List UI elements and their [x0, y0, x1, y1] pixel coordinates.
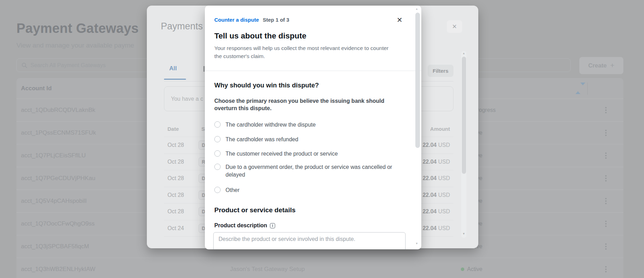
- scrollbar-down-icon[interactable]: ▼: [414, 242, 419, 245]
- radio-option-government-order[interactable]: Due to a government order, the product o…: [214, 163, 410, 179]
- radio-icon[interactable]: [214, 121, 221, 128]
- scrollbar-down-icon[interactable]: ▼: [462, 232, 466, 235]
- radio-label[interactable]: Due to a government order, the product o…: [226, 163, 410, 179]
- payments-dialog-close-icon[interactable]: ×: [447, 20, 462, 33]
- tab-all[interactable]: All: [169, 65, 177, 72]
- create-button-label: Create: [588, 62, 607, 69]
- section-heading: Why should you win this dispute?: [214, 81, 319, 89]
- filters-button[interactable]: Filters: [428, 65, 453, 77]
- radio-icon[interactable]: [214, 187, 221, 193]
- radio-option-customer-received[interactable]: The customer received the product or ser…: [214, 150, 338, 158]
- dialog-breadcrumb: Counter a dispute Step 1 of 3: [214, 17, 289, 23]
- account-id-cell: acct_1Q7OocCFwQhgO9ss: [21, 220, 95, 227]
- status-badge: Active: [461, 266, 482, 272]
- payment-amount: 22.04 USD: [423, 225, 450, 231]
- product-description-textarea[interactable]: [213, 232, 406, 249]
- gateway-name-cell: Jason's Test Gateway Setup: [230, 266, 305, 273]
- account-id-cell: acct_1PQssECNMS71SFUk: [21, 129, 96, 136]
- scrollbar-thumb[interactable]: [415, 13, 420, 148]
- column-header-account-id: Account Id: [21, 85, 52, 92]
- notice-banner-text: You have a c: [171, 96, 203, 102]
- radio-option-cardholder-refunded[interactable]: The cardholder was refunded: [214, 136, 298, 143]
- active-tab-underline: [164, 79, 186, 80]
- radio-icon[interactable]: [214, 136, 221, 142]
- row-actions-kebab-icon[interactable]: [603, 197, 608, 206]
- reason-prompt: Choose the primary reason you believe th…: [214, 97, 402, 112]
- radio-icon[interactable]: [214, 150, 221, 157]
- row-actions-kebab-icon[interactable]: [603, 242, 608, 251]
- dialog-description: Your responses will help us collect the …: [214, 44, 391, 60]
- table-row: acct_1Q3hWB2ENLHykIAW Jason's Test Gatew…: [16, 258, 623, 278]
- radio-option-cardholder-withdrew[interactable]: The cardholder withdrew the dispute: [214, 121, 316, 129]
- radio-label[interactable]: The cardholder withdrew the dispute: [226, 121, 316, 129]
- account-id-cell: acct_1QDubRCQDVLaknBk: [21, 107, 95, 114]
- payment-amount: 22.04 USD: [423, 192, 450, 198]
- account-id-cell: acct_1Q3hWB2ENLHykIAW: [21, 266, 95, 273]
- account-id-cell: acct_1Q3jSPCBAF5fiqcM: [21, 243, 89, 250]
- info-icon[interactable]: i: [270, 223, 275, 228]
- payment-date: Oct 28: [167, 159, 184, 165]
- tab-fragment[interactable]: [203, 66, 205, 72]
- scrollbar-up-icon[interactable]: ▲: [462, 52, 466, 55]
- payment-date: Oct 28: [167, 175, 184, 181]
- counter-dispute-dialog: Counter a dispute Step 1 of 3 ✕ Tell us …: [205, 6, 421, 249]
- product-description-label: Product description: [214, 222, 267, 229]
- payment-amount: 22.04 USD: [423, 175, 450, 181]
- counter-dispute-breadcrumb: Counter a dispute: [214, 17, 259, 23]
- row-actions-kebab-icon[interactable]: [603, 151, 608, 160]
- payment-amount: 22.04 USD: [423, 142, 450, 148]
- payments-dialog-title: Payments: [161, 21, 203, 32]
- row-actions-kebab-icon[interactable]: [603, 265, 608, 274]
- payment-amount: 22.04 USD: [423, 159, 450, 165]
- step-indicator: Step 1 of 3: [263, 17, 289, 23]
- column-header-amount: Amount: [430, 126, 450, 132]
- row-actions-kebab-icon[interactable]: [603, 128, 608, 137]
- header-column-divider: [587, 83, 588, 95]
- sort-icon[interactable]: [575, 85, 580, 92]
- plus-icon: +: [610, 62, 614, 69]
- create-button[interactable]: Create +: [579, 57, 623, 74]
- account-id-cell: acct_1Q5V4pCAHspobilI: [21, 198, 87, 205]
- dialog-title: Tell us about the dispute: [214, 31, 306, 41]
- scrollbar-thumb[interactable]: [462, 57, 466, 174]
- account-id-cell: acct_1Q7PGeCDUVjPHKau: [21, 175, 95, 182]
- payment-date: Oct 24: [167, 225, 184, 231]
- details-heading: Product or service details: [214, 206, 295, 214]
- row-actions-kebab-icon[interactable]: [603, 219, 608, 228]
- account-id-cell: acct_1Q7PLjCEisSFflLU: [21, 152, 86, 159]
- payment-date: Oct 28: [167, 192, 184, 198]
- payment-date: Oct 28: [167, 208, 184, 215]
- column-header-date: Date: [167, 126, 179, 132]
- header-divider: [205, 71, 421, 71]
- payment-date: Oct 28: [167, 142, 184, 148]
- product-description-label-row: Product description i: [214, 222, 275, 229]
- radio-label[interactable]: The customer received the product or ser…: [226, 150, 338, 158]
- radio-icon[interactable]: [214, 164, 221, 170]
- row-actions-kebab-icon[interactable]: [603, 174, 608, 183]
- page-subtitle: View and manage your available payme: [16, 42, 134, 49]
- radio-label[interactable]: The cardholder was refunded: [226, 136, 298, 143]
- radio-label[interactable]: Other: [226, 186, 239, 194]
- status-dot: [461, 268, 464, 271]
- payment-amount: 22.04 USD: [423, 208, 450, 215]
- page-title: Payment Gateways: [16, 21, 139, 36]
- screen: Payment Gateways View and manage your av…: [0, 0, 644, 278]
- search-icon: [22, 63, 27, 68]
- row-actions-kebab-icon[interactable]: [603, 106, 608, 115]
- search-placeholder: Search All Payment Gateways: [30, 62, 106, 69]
- scrollbar-up-icon[interactable]: ▲: [414, 7, 419, 10]
- radio-option-other[interactable]: Other: [214, 186, 239, 194]
- dialog-close-icon[interactable]: ✕: [395, 15, 405, 25]
